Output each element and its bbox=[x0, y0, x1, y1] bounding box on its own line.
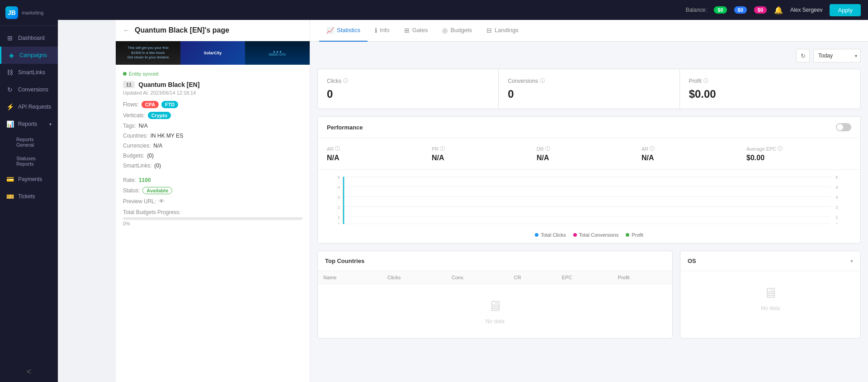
os-title: OS bbox=[688, 258, 696, 264]
tab-info[interactable]: ℹ Info bbox=[368, 20, 397, 42]
sidebar-item-campaigns[interactable]: ◈ Campaigns bbox=[0, 47, 58, 64]
tickets-icon: 🎫 bbox=[6, 193, 14, 200]
os-no-data-icon: 🖥 bbox=[763, 285, 778, 301]
dashboard-icon: ⊞ bbox=[6, 34, 14, 42]
pr-info-icon[interactable]: ⓘ bbox=[440, 145, 445, 152]
dr-info-icon[interactable]: ⓘ bbox=[545, 145, 550, 152]
sidebar-item-dashboard-label: Dashboard bbox=[18, 35, 45, 41]
ar-value: N/A bbox=[327, 154, 432, 162]
flow-tag-ftd: FTD bbox=[161, 101, 178, 108]
currencies-value: N/A bbox=[153, 143, 162, 149]
reports-submenu: Reports General Statuses Reports bbox=[0, 133, 58, 171]
perf-dr: DR ⓘ N/A bbox=[537, 145, 642, 162]
progress-bar-wrap bbox=[123, 217, 302, 220]
avg-epc-value: $0.00 bbox=[746, 154, 851, 162]
avg-epc-label: Average EPC ⓘ bbox=[746, 145, 851, 152]
sidebar-item-smartlinks[interactable]: ⛓ SmartLinks bbox=[0, 64, 58, 81]
entity-synced-badge: Entity synced bbox=[123, 71, 302, 76]
col-conv: Conv. bbox=[446, 271, 509, 284]
col-cr: CR bbox=[509, 271, 557, 284]
reports-icon: 📊 bbox=[6, 120, 14, 128]
api-requests-icon: ⚡ bbox=[6, 103, 14, 110]
legend-total-conversions: Total Conversions bbox=[573, 232, 618, 238]
refresh-button[interactable]: ↻ bbox=[796, 49, 810, 62]
avg-epc-info-icon[interactable]: ⓘ bbox=[778, 145, 783, 152]
sidebar-collapse-button[interactable]: < bbox=[6, 367, 52, 377]
svg-text:0: 0 bbox=[835, 223, 838, 224]
preview-url-row: Preview URL: 👁 bbox=[123, 198, 302, 205]
bottom-row: Top Countries Name Clicks Conv. CR EPC P… bbox=[317, 251, 861, 339]
sidebar-item-statuses-reports[interactable]: Statuses Reports bbox=[0, 152, 58, 171]
date-select[interactable]: Today Yesterday Last 7 days Last 30 days bbox=[813, 49, 861, 62]
flows-label: Flows: bbox=[123, 101, 139, 108]
smartlinks-icon: ⛓ bbox=[6, 69, 14, 76]
info-tab-icon: ℹ bbox=[375, 27, 377, 34]
total-clicks-dot bbox=[535, 233, 538, 237]
sidebar-item-reports[interactable]: 📊 Reports ▾ bbox=[0, 115, 58, 133]
svg-text:3: 3 bbox=[835, 195, 838, 200]
col-clicks: Clicks bbox=[382, 271, 446, 284]
preview-url-icon[interactable]: 👁 bbox=[159, 198, 165, 205]
rate-row: Rate: 1100 bbox=[123, 177, 302, 183]
apply-button[interactable]: Apply bbox=[830, 4, 861, 16]
user-name: Alex Sergeev bbox=[790, 7, 822, 13]
performance-toggle[interactable] bbox=[836, 123, 851, 131]
performance-metrics: AR ⓘ N/A PR ⓘ N/A DR bbox=[318, 138, 860, 170]
toggle-knob bbox=[837, 124, 843, 130]
legend-profit: Profit bbox=[626, 232, 643, 238]
conversions-label: Conversions ⓘ bbox=[508, 77, 670, 84]
svg-text:0: 0 bbox=[338, 223, 340, 224]
sidebar-item-conversions-label: Conversions bbox=[18, 86, 48, 93]
landings-tab-icon: ⊟ bbox=[486, 27, 492, 34]
sidebar-item-tickets-label: Tickets bbox=[18, 193, 35, 200]
balance-pink: $0 bbox=[754, 6, 767, 14]
progress-percentage: 0% bbox=[123, 221, 302, 226]
dr-label: DR ⓘ bbox=[537, 145, 642, 152]
ar2-info-icon[interactable]: ⓘ bbox=[650, 145, 655, 152]
performance-header: Performance bbox=[318, 117, 860, 138]
clicks-label: Clicks ⓘ bbox=[327, 77, 489, 84]
svg-text:4: 4 bbox=[835, 185, 838, 190]
tags-label: Tags: bbox=[123, 123, 136, 129]
top-countries-section: Top Countries Name Clicks Conv. CR EPC P… bbox=[317, 251, 673, 339]
sidebar-item-conversions[interactable]: ↻ Conversions bbox=[0, 81, 58, 98]
tab-budgets[interactable]: ◎ Budgets bbox=[435, 20, 479, 42]
sidebar-item-api-requests[interactable]: ⚡ API Requests bbox=[0, 98, 58, 115]
performance-chart: 5 4 3 2 1 0 5 4 3 2 1 0 bbox=[327, 174, 851, 224]
ar-info-icon[interactable]: ⓘ bbox=[335, 145, 340, 152]
sidebar-item-api-requests-label: API Requests bbox=[18, 104, 51, 110]
verticals-row: Verticals: Crypto bbox=[123, 112, 302, 119]
tab-landings[interactable]: ⊟ Landings bbox=[479, 20, 526, 42]
os-expand-icon[interactable]: ▾ bbox=[850, 258, 853, 264]
sidebar-item-reports-general[interactable]: Reports General bbox=[0, 133, 58, 152]
balance-label: Balance: bbox=[686, 7, 707, 13]
statistics-tab-icon: 📈 bbox=[326, 27, 334, 34]
ar-label: AR ⓘ bbox=[327, 145, 432, 152]
profit-info-icon[interactable]: ⓘ bbox=[703, 77, 708, 84]
countries-no-data: 🖥 No data bbox=[318, 284, 672, 338]
sidebar-item-reports-label: Reports bbox=[18, 121, 37, 127]
clicks-info-icon[interactable]: ⓘ bbox=[343, 77, 348, 84]
campaign-image: This will get you your first$1500 in a f… bbox=[116, 41, 310, 65]
clicks-value: 0 bbox=[327, 88, 489, 100]
os-section: OS ▾ 🖥 No data bbox=[680, 251, 861, 339]
campaign-name: Quantum Black [EN] bbox=[138, 81, 199, 88]
back-button[interactable]: ← bbox=[123, 26, 130, 34]
flow-tag-cpa: CPA bbox=[142, 101, 159, 108]
svg-text:3: 3 bbox=[338, 195, 340, 200]
stats-content: ↻ Today Yesterday Last 7 days Last 30 da… bbox=[310, 42, 868, 382]
status-row: Status: Available bbox=[123, 187, 302, 194]
tab-gates[interactable]: ⊞ Gates bbox=[397, 20, 435, 42]
pr-value: N/A bbox=[432, 154, 537, 162]
profit-label: Profit ⓘ bbox=[689, 77, 851, 84]
notification-bell-icon[interactable]: 🔔 bbox=[774, 6, 783, 14]
conversions-info-icon[interactable]: ⓘ bbox=[540, 77, 545, 84]
sidebar-item-payments[interactable]: 💳 Payments bbox=[0, 171, 58, 188]
svg-text:1: 1 bbox=[338, 215, 340, 220]
sidebar-item-dashboard[interactable]: ⊞ Dashboard bbox=[0, 29, 58, 47]
tab-statistics[interactable]: 📈 Statistics bbox=[319, 20, 368, 42]
ar2-label: AR ⓘ bbox=[642, 145, 746, 152]
performance-section: Performance AR ⓘ N/A bbox=[317, 116, 861, 244]
budgets-tab-icon: ◎ bbox=[442, 27, 448, 34]
sidebar-item-tickets[interactable]: 🎫 Tickets bbox=[0, 188, 58, 205]
